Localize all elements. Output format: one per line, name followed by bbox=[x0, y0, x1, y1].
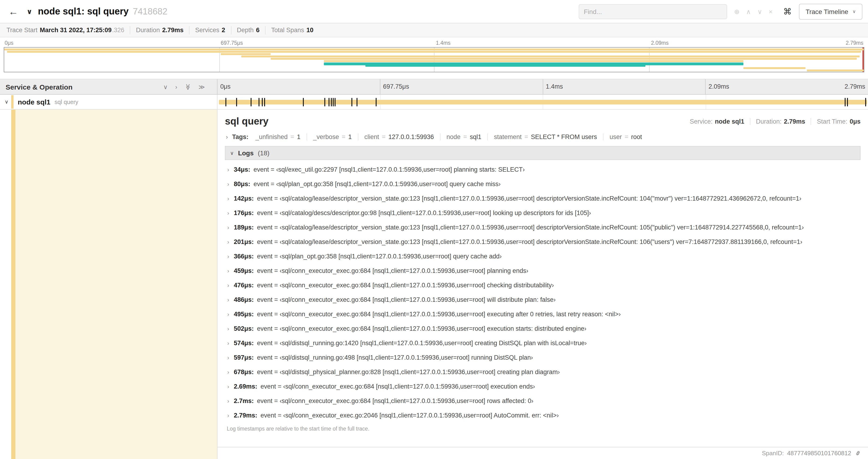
log-timestamp: 176μs: bbox=[234, 209, 254, 217]
log-marker-tick bbox=[357, 98, 358, 106]
summary-label: Depth bbox=[237, 27, 254, 34]
log-timestamp: 189μs: bbox=[234, 224, 254, 231]
log-row[interactable]: ›189μs:event = ‹sql/catalog/lease/descri… bbox=[226, 220, 861, 235]
trace-timeline-dropdown[interactable]: Trace Timeline ∨ bbox=[799, 3, 862, 19]
log-row[interactable]: ›486μs:event = ‹sql/conn_executor_exec.g… bbox=[226, 292, 861, 307]
keyboard-shortcuts-button[interactable]: ⌘ bbox=[780, 6, 796, 17]
log-row[interactable]: ›597μs:event = ‹sql/distsql_running.go:4… bbox=[226, 350, 861, 365]
log-row[interactable]: ›201μs:event = ‹sql/catalog/lease/descri… bbox=[226, 235, 861, 249]
log-timestamp: 495μs: bbox=[234, 311, 254, 318]
meta-label: Service: bbox=[690, 118, 713, 125]
tag-value: 1 bbox=[348, 133, 352, 140]
chevron-right-icon: › bbox=[226, 282, 234, 289]
find-input[interactable] bbox=[579, 4, 727, 19]
span-name-cell[interactable]: ∨ node sql1 sql query bbox=[0, 95, 217, 109]
collapse-one-icon[interactable]: ∨ bbox=[163, 84, 168, 90]
log-row[interactable]: ›678μs:event = ‹sql/distsql_physical_pla… bbox=[226, 365, 861, 379]
log-marker-tick bbox=[225, 98, 226, 106]
header-left: ← ∨ node sql1: sql query 7418682 bbox=[6, 6, 167, 17]
log-event-text: event = ‹sql/plan_opt.go:358 [nsql1,clie… bbox=[257, 253, 502, 260]
log-timestamp: 486μs: bbox=[234, 296, 254, 303]
find-prev-icon[interactable]: ∧ bbox=[743, 7, 754, 16]
detail-column: sql query Service:node sql1Duration:2.79… bbox=[217, 110, 868, 459]
span-children-chevron-icon[interactable]: ∨ bbox=[5, 99, 8, 105]
span-detail-panel: sql query Service:node sql1Duration:2.79… bbox=[217, 110, 868, 447]
tag-value: root bbox=[631, 133, 642, 140]
log-event-text: event = ‹sql/conn_executor_exec.go:684 [… bbox=[257, 311, 621, 318]
logs-accordion-header[interactable]: ∨ Logs (18) bbox=[225, 146, 861, 160]
span-indent-guide[interactable] bbox=[11, 110, 16, 459]
span-id-value: 4877749850101760812 bbox=[787, 450, 851, 457]
minimap-span-bar bbox=[365, 65, 645, 67]
log-row[interactable]: ›502μs:event = ‹sql/conn_executor_exec.g… bbox=[226, 321, 861, 336]
minimap-cursor[interactable] bbox=[862, 47, 864, 72]
chevron-down-icon: ∨ bbox=[230, 150, 234, 156]
chevron-right-icon: › bbox=[226, 311, 234, 318]
log-marker-tick bbox=[258, 98, 259, 106]
log-marker-tick bbox=[236, 98, 237, 106]
log-row[interactable]: ›80μs:event = ‹sql/plan_opt.go:358 [nsql… bbox=[226, 177, 861, 191]
expand-one-icon[interactable]: › bbox=[175, 84, 177, 90]
minimap-span-bar bbox=[271, 58, 857, 60]
content-area: sql query Service:node sql1Duration:2.79… bbox=[0, 110, 868, 459]
deep-link-icon[interactable] bbox=[855, 450, 862, 457]
span-detail-gutter bbox=[16, 110, 217, 459]
trace-page-header: ← ∨ node sql1: sql query 7418682 ⊕∧∨× ⌘ … bbox=[0, 0, 868, 23]
summary-label: Trace Start bbox=[6, 27, 37, 34]
minimap-tick-label: 2.79ms bbox=[846, 40, 863, 46]
service-operation-header: Service & Operation ∨›≫≫ bbox=[0, 79, 217, 94]
log-row[interactable]: ›459μs:event = ‹sql/conn_executor_exec.g… bbox=[226, 264, 861, 278]
log-row[interactable]: ›176μs:event = ‹sql/catalog/descs/descri… bbox=[226, 206, 861, 220]
summary-item: Depth6 bbox=[231, 26, 265, 34]
find-locate-icon[interactable]: ⊕ bbox=[731, 7, 743, 16]
timeline-tick-label: 0μs bbox=[220, 83, 230, 90]
log-marker-tick bbox=[262, 98, 263, 106]
summary-value: 2.79ms bbox=[162, 27, 184, 34]
log-row[interactable]: ›142μs:event = ‹sql/catalog/lease/descri… bbox=[226, 191, 861, 206]
log-marker-tick bbox=[335, 98, 336, 106]
expand-all-icon[interactable]: ≫ bbox=[198, 84, 205, 90]
log-timestamp: 502μs: bbox=[234, 325, 254, 332]
tag-key: _unfinished bbox=[255, 133, 288, 140]
collapse-all-icon[interactable]: ≫ bbox=[185, 84, 191, 90]
page-title: node sql1: sql query 7418682 bbox=[38, 6, 167, 17]
find-clear-icon[interactable]: × bbox=[765, 7, 776, 16]
tag-equals-sign: = bbox=[382, 133, 386, 140]
minimap-span-bar bbox=[743, 67, 805, 69]
back-button[interactable]: ← bbox=[6, 6, 21, 17]
log-row[interactable]: ›2.69ms:event = ‹sql/conn_executor_exec.… bbox=[226, 379, 861, 394]
log-row[interactable]: ›34μs:event = ‹sql/exec_util.go:2297 [ns… bbox=[226, 162, 861, 177]
log-timestamp: 476μs: bbox=[234, 282, 254, 289]
log-event-text: event = ‹sql/conn_executor_exec.go:684 [… bbox=[257, 267, 528, 274]
minimap-graph[interactable] bbox=[4, 47, 864, 72]
find-next-icon[interactable]: ∨ bbox=[754, 7, 766, 16]
log-row[interactable]: ›476μs:event = ‹sql/conn_executor_exec.g… bbox=[226, 278, 861, 292]
trace-id: 7418682 bbox=[133, 6, 167, 17]
tag-item: client=127.0.0.1:59936 bbox=[358, 133, 440, 140]
tag-key: client bbox=[365, 133, 379, 140]
log-marker-tick bbox=[847, 98, 848, 106]
log-marker-tick bbox=[329, 98, 330, 106]
span-meta-item: Start Time:0μs bbox=[811, 118, 861, 125]
span-tree-gutter bbox=[0, 110, 217, 459]
log-row[interactable]: ›2.7ms:event = ‹sql/conn_executor_exec.g… bbox=[226, 394, 861, 408]
tag-value: SELECT * FROM users bbox=[531, 133, 597, 140]
chevron-right-icon: › bbox=[226, 181, 234, 187]
log-event-text: event = ‹sql/distsql_running.go:1420 [ns… bbox=[257, 339, 587, 347]
chevron-right-icon: › bbox=[226, 239, 234, 245]
log-marker-tick bbox=[351, 98, 352, 106]
span-duration-bar[interactable] bbox=[219, 100, 867, 104]
log-row[interactable]: ›366μs:event = ‹sql/plan_opt.go:358 [nsq… bbox=[226, 249, 861, 264]
header-right: ⊕∧∨× ⌘ Trace Timeline ∨ bbox=[579, 3, 862, 19]
tags-accordion[interactable]: › Tags: _unfinished=1_verbose=1client=12… bbox=[225, 132, 861, 146]
log-row[interactable]: ›2.79ms:event = ‹sql/conn_executor_exec.… bbox=[226, 408, 861, 423]
log-timestamp: 201μs: bbox=[234, 238, 254, 245]
log-timestamp: 34μs: bbox=[234, 166, 250, 173]
log-marker-tick bbox=[865, 98, 866, 106]
trace-collapse-chevron-icon[interactable]: ∨ bbox=[27, 7, 32, 15]
log-row[interactable]: ›574μs:event = ‹sql/distsql_running.go:1… bbox=[226, 336, 861, 350]
log-row[interactable]: ›495μs:event = ‹sql/conn_executor_exec.g… bbox=[226, 307, 861, 321]
minimap-span-bar bbox=[4, 48, 864, 51]
tag-equals-sign: = bbox=[463, 133, 467, 140]
minimap-span-bar bbox=[221, 53, 271, 55]
